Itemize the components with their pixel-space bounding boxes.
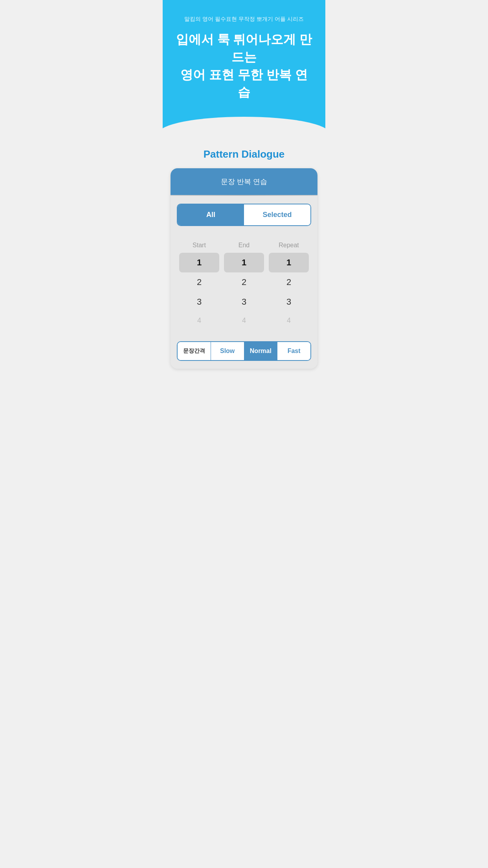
end-item-4[interactable]: 4 (224, 312, 264, 329)
repeat-numbers[interactable]: 1 2 3 4 (266, 253, 311, 329)
speed-label-button[interactable]: 문장간격 (178, 342, 211, 360)
start-picker-col[interactable]: Start 1 2 3 4 (177, 242, 222, 329)
card-header-text: 문장 반복 연습 (221, 178, 267, 186)
hero-title: 입에서 툭 튀어나오게 만드는영어 표현 무한 반복 연습 (174, 31, 314, 101)
repeat-picker-col[interactable]: Repeat 1 2 3 4 (266, 242, 311, 329)
end-item-3[interactable]: 3 (224, 292, 264, 312)
card-body: All Selected Start 1 2 3 4 End 1 2 (171, 196, 317, 369)
card-header: 문장 반복 연습 (171, 168, 317, 195)
main-card: 문장 반복 연습 All Selected Start 1 2 3 4 (171, 168, 317, 369)
start-item-1[interactable]: 1 (179, 253, 220, 272)
start-numbers[interactable]: 1 2 3 4 (177, 253, 222, 329)
repeat-item-1[interactable]: 1 (269, 253, 309, 272)
end-item-1[interactable]: 1 (224, 253, 264, 272)
toggle-selected-button[interactable]: Selected (244, 204, 310, 225)
end-label: End (238, 242, 250, 249)
start-item-4[interactable]: 4 (179, 312, 220, 329)
end-item-2[interactable]: 2 (224, 272, 264, 292)
repeat-label: Repeat (279, 242, 299, 249)
repeat-item-3[interactable]: 3 (269, 292, 309, 312)
toggle-all-button[interactable]: All (178, 204, 244, 225)
start-item-2[interactable]: 2 (179, 272, 220, 292)
end-picker-col[interactable]: End 1 2 3 4 (222, 242, 266, 329)
repeat-item-2[interactable]: 2 (269, 272, 309, 292)
speed-group[interactable]: 문장간격 Slow Normal Fast (177, 341, 311, 361)
all-selected-toggle[interactable]: All Selected (177, 204, 311, 226)
start-label: Start (193, 242, 206, 249)
slow-speed-button[interactable]: Slow (211, 342, 244, 360)
end-numbers[interactable]: 1 2 3 4 (222, 253, 266, 329)
hero-section: 말킴의 영어 필수표현 무작정 뽀개기 어플 시리즈 입에서 툭 튀어나오게 만… (163, 0, 325, 132)
normal-speed-button[interactable]: Normal (244, 342, 278, 360)
fast-speed-button[interactable]: Fast (277, 342, 310, 360)
start-item-3[interactable]: 3 (179, 292, 220, 312)
picker-area: Start 1 2 3 4 End 1 2 3 4 (177, 238, 311, 337)
hero-subtitle: 말킴의 영어 필수표현 무작정 뽀개기 어플 시리즈 (174, 16, 314, 23)
section-title: Pattern Dialogue (163, 132, 325, 168)
repeat-item-4[interactable]: 4 (269, 312, 309, 329)
